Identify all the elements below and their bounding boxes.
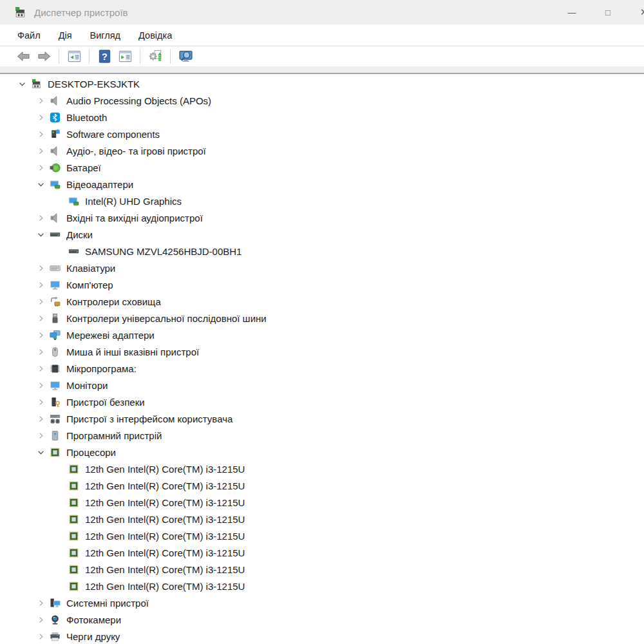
tree-item[interactable]: 12th Gen Intel(R) Core(TM) i3-1215U (0, 460, 644, 477)
tree-item[interactable]: 12th Gen Intel(R) Core(TM) i3-1215U (0, 544, 644, 561)
tree-item[interactable]: Контролери сховища (0, 293, 644, 310)
tree-item-label: Процесори (66, 447, 116, 458)
tree-item[interactable]: Монітори (0, 377, 644, 393)
tree-item-label: 12th Gen Intel(R) Core(TM) i3-1215U (85, 564, 245, 575)
console-tree-icon (67, 49, 82, 64)
show-action-pane-button[interactable] (115, 48, 135, 65)
tree-item[interactable]: Фотокамери (0, 611, 644, 628)
chevron-down-icon[interactable] (32, 229, 50, 240)
chevron-right-icon[interactable] (32, 213, 50, 223)
tree-item[interactable]: 12th Gen Intel(R) Core(TM) i3-1215U (0, 561, 644, 578)
tree-item[interactable]: Аудіо-, відео- та ігрові пристрої (0, 142, 644, 159)
chevron-right-icon[interactable] (32, 279, 50, 290)
tree-item[interactable]: Програмний пристрій (0, 427, 644, 444)
chevron-right-icon[interactable] (32, 346, 50, 357)
tree-item-label: Контролери універсальної послідовної шин… (66, 313, 267, 324)
menu-item-1[interactable]: Дія (50, 24, 81, 46)
chevron-right-icon[interactable] (32, 112, 50, 122)
chevron-down-icon[interactable] (13, 79, 31, 89)
chevron-right-icon[interactable] (32, 614, 50, 625)
titlebar: Диспетчер пристроїв — □ ✕ (0, 0, 644, 24)
tree-item[interactable]: 12th Gen Intel(R) Core(TM) i3-1215U (0, 494, 644, 511)
forward-button[interactable] (34, 48, 53, 65)
help-button[interactable]: ? (95, 48, 114, 65)
tree-item[interactable]: Software components (0, 126, 644, 142)
scan-hardware-changes-button[interactable] (176, 48, 195, 65)
chevron-right-icon[interactable] (32, 95, 50, 106)
chevron-right-icon[interactable] (32, 313, 50, 323)
tree-item[interactable]: 12th Gen Intel(R) Core(TM) i3-1215U (0, 527, 644, 544)
tree-item[interactable]: Audio Processing Objects (APOs) (0, 92, 644, 109)
tree-item[interactable]: Пристрої безпеки (0, 393, 644, 410)
tree-item[interactable]: Батареї (0, 159, 644, 176)
chevron-right-icon[interactable] (32, 598, 50, 608)
mouse-icon (50, 346, 61, 357)
tree-item[interactable]: 12th Gen Intel(R) Core(TM) i3-1215U (0, 578, 644, 594)
chevron-right-icon[interactable] (32, 631, 50, 641)
tree-item[interactable]: Миша й інші вказівні пристрої (0, 343, 644, 360)
tree-item[interactable]: SAMSUNG MZVL4256HBJD-00BH1 (0, 243, 644, 260)
tree-item[interactable]: Мережеві адаптери (0, 327, 644, 343)
display-adapter-icon (50, 179, 61, 190)
device-manager-icon (14, 6, 26, 19)
tree-item[interactable]: DESKTOP-EKSJKTK (0, 75, 644, 92)
tree-item[interactable]: 12th Gen Intel(R) Core(TM) i3-1215U (0, 511, 644, 527)
tree-item-label: Software components (66, 129, 160, 140)
tree-item[interactable]: Комп'ютер (0, 276, 644, 293)
chevron-right-icon[interactable] (32, 129, 50, 139)
close-button[interactable]: ✕ (626, 0, 644, 24)
chevron-right-icon[interactable] (32, 162, 50, 173)
chevron-right-icon[interactable] (32, 330, 50, 340)
show-console-tree-button[interactable] (64, 48, 84, 65)
chevron-right-icon[interactable] (32, 296, 50, 307)
minimize-button[interactable]: — (554, 0, 590, 24)
speaker-icon (50, 146, 61, 156)
tree-item[interactable]: Черги друку (0, 628, 644, 644)
chevron-down-icon[interactable] (32, 447, 50, 457)
chevron-spacer (50, 581, 68, 591)
chevron-right-icon[interactable] (32, 430, 50, 440)
tree-item[interactable]: Bluetooth (0, 109, 644, 126)
chevron-right-icon[interactable] (32, 397, 50, 407)
chevron-right-icon[interactable] (32, 413, 50, 424)
menu-item-3[interactable]: Довідка (129, 24, 181, 46)
cpu-icon (68, 497, 79, 508)
tree-item-label: Мікропрограма: (66, 363, 137, 374)
software-component-icon (50, 129, 61, 140)
tree-item-label: 12th Gen Intel(R) Core(TM) i3-1215U (85, 497, 245, 508)
chevron-right-icon[interactable] (32, 363, 50, 374)
chevron-down-icon[interactable] (32, 179, 50, 189)
display-adapter-icon (68, 196, 79, 207)
menu-item-0[interactable]: Файл (8, 24, 50, 46)
tree-item-label: Контролери сховища (66, 296, 161, 307)
tree-item[interactable]: Вхідні та вихідні аудіопристрої (0, 209, 644, 226)
update-driver-button[interactable] (146, 48, 165, 65)
tree-item[interactable]: Клавіатури (0, 260, 644, 276)
chevron-right-icon[interactable] (32, 263, 50, 273)
tree-item[interactable]: 12th Gen Intel(R) Core(TM) i3-1215U (0, 477, 644, 494)
tree-item[interactable]: Диски (0, 226, 644, 243)
tree-item[interactable]: Пристрої з інтерфейсом користувача (0, 410, 644, 427)
toolbar: ? (0, 46, 644, 66)
tree-item[interactable]: Intel(R) UHD Graphics (0, 193, 644, 209)
back-arrow-icon (16, 49, 31, 64)
tree-item[interactable]: Системні пристрої (0, 594, 644, 611)
tree-item-label: Відеоадаптери (66, 179, 133, 190)
chevron-right-icon[interactable] (32, 146, 50, 156)
tree-item[interactable]: Мікропрограма: (0, 360, 644, 377)
chevron-right-icon[interactable] (32, 380, 50, 390)
tree-item-label: 12th Gen Intel(R) Core(TM) i3-1215U (85, 514, 245, 525)
tree-item-label: Програмний пристрій (66, 430, 162, 441)
forward-arrow-icon (37, 49, 52, 64)
back-button[interactable] (14, 48, 33, 65)
tree-item-label: Клавіатури (66, 263, 115, 274)
tree-item[interactable]: Відеоадаптери (0, 176, 644, 193)
cpu-icon (68, 480, 79, 491)
menu-item-2[interactable]: Вигляд (81, 24, 130, 46)
tree-item[interactable]: Контролери універсальної послідовної шин… (0, 310, 644, 327)
cpu-icon (68, 531, 79, 542)
tree-item-label: Audio Processing Objects (APOs) (66, 95, 211, 106)
maximize-button[interactable]: □ (590, 0, 626, 24)
tree-item[interactable]: Процесори (0, 444, 644, 460)
tree-item-label: Аудіо-, відео- та ігрові пристрої (66, 146, 206, 156)
